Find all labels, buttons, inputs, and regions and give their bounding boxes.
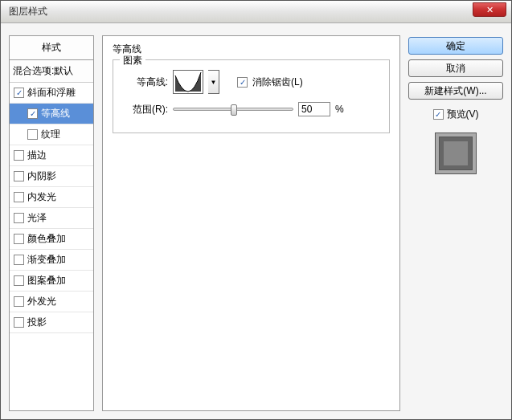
settings-panel: 等高线 图素 等高线: ▼ bbox=[102, 35, 400, 411]
styles-header: 样式 bbox=[10, 36, 93, 60]
style-item[interactable]: 渐变叠加 bbox=[10, 250, 93, 271]
style-label: 内发光 bbox=[27, 190, 56, 204]
style-label: 渐变叠加 bbox=[27, 253, 66, 267]
style-label: 内阴影 bbox=[27, 169, 56, 183]
range-row: 范围(R): % bbox=[121, 102, 381, 116]
cancel-button[interactable]: 取消 bbox=[408, 59, 503, 77]
style-item[interactable]: 斜面和浮雕 bbox=[10, 83, 93, 104]
range-slider[interactable] bbox=[173, 108, 293, 111]
preview-swatch bbox=[435, 133, 477, 174]
style-item[interactable]: 投影 bbox=[10, 312, 93, 333]
range-label: 范围(R): bbox=[121, 103, 168, 116]
settings-title: 等高线 bbox=[113, 43, 390, 56]
style-label: 光泽 bbox=[27, 211, 47, 225]
contour-picker[interactable] bbox=[173, 70, 203, 94]
fieldset-legend: 图素 bbox=[120, 54, 145, 67]
style-checkbox[interactable] bbox=[27, 129, 38, 140]
style-checkbox[interactable] bbox=[14, 234, 24, 244]
style-label: 外发光 bbox=[27, 295, 56, 308]
style-item[interactable]: 图案叠加 bbox=[10, 271, 93, 292]
chevron-down-icon: ▼ bbox=[211, 79, 217, 86]
style-item[interactable]: 内阴影 bbox=[10, 166, 93, 187]
preview-row: 预览(V) bbox=[408, 108, 503, 121]
layer-style-dialog: 图层样式 ✕ 样式 混合选项:默认 斜面和浮雕等高线纹理描边内阴影内发光光泽颜色… bbox=[0, 0, 512, 420]
style-item[interactable]: 内发光 bbox=[10, 187, 93, 208]
antialias-checkbox[interactable] bbox=[237, 77, 248, 88]
contour-row: 等高线: ▼ 消除锯齿(L) bbox=[121, 70, 381, 94]
styles-list: 斜面和浮雕等高线纹理描边内阴影内发光光泽颜色叠加渐变叠加图案叠加外发光投影 bbox=[10, 83, 93, 333]
style-checkbox[interactable] bbox=[14, 192, 24, 202]
blend-options-row[interactable]: 混合选项:默认 bbox=[10, 60, 93, 83]
style-item[interactable]: 等高线 bbox=[10, 104, 93, 124]
range-input[interactable] bbox=[298, 102, 330, 116]
antialias-label: 消除锯齿(L) bbox=[252, 75, 303, 89]
style-label: 描边 bbox=[27, 149, 47, 162]
preview-checkbox[interactable] bbox=[433, 109, 444, 120]
style-checkbox[interactable] bbox=[14, 213, 24, 223]
titlebar[interactable]: 图层样式 ✕ bbox=[1, 1, 511, 23]
style-checkbox[interactable] bbox=[14, 150, 24, 161]
style-item[interactable]: 光泽 bbox=[10, 208, 93, 229]
elements-fieldset: 图素 等高线: ▼ 消除锯齿(L) bbox=[113, 59, 390, 133]
styles-panel: 样式 混合选项:默认 斜面和浮雕等高线纹理描边内阴影内发光光泽颜色叠加渐变叠加图… bbox=[9, 35, 94, 411]
style-checkbox[interactable] bbox=[14, 171, 24, 181]
style-checkbox[interactable] bbox=[14, 317, 24, 328]
style-label: 颜色叠加 bbox=[27, 232, 66, 246]
dialog-body: 样式 混合选项:默认 斜面和浮雕等高线纹理描边内阴影内发光光泽颜色叠加渐变叠加图… bbox=[1, 23, 511, 419]
style-label: 等高线 bbox=[41, 107, 70, 120]
style-checkbox[interactable] bbox=[14, 255, 24, 265]
ok-button[interactable]: 确定 bbox=[408, 37, 503, 55]
style-label: 投影 bbox=[27, 316, 47, 329]
style-checkbox[interactable] bbox=[27, 108, 38, 119]
range-unit: % bbox=[335, 104, 344, 115]
window-title: 图层样式 bbox=[9, 5, 47, 18]
style-item[interactable]: 外发光 bbox=[10, 292, 93, 312]
preview-label: 预览(V) bbox=[447, 108, 479, 121]
style-label: 斜面和浮雕 bbox=[27, 86, 76, 100]
style-checkbox[interactable] bbox=[14, 275, 24, 286]
actions-panel: 确定 取消 新建样式(W)... 预览(V) bbox=[408, 35, 503, 411]
contour-label: 等高线: bbox=[121, 75, 168, 89]
contour-curve-icon bbox=[174, 71, 203, 93]
style-checkbox[interactable] bbox=[14, 296, 24, 307]
style-item[interactable]: 描边 bbox=[10, 145, 93, 166]
contour-dropdown[interactable]: ▼ bbox=[208, 70, 219, 94]
style-item[interactable]: 纹理 bbox=[10, 124, 93, 145]
range-slider-thumb[interactable] bbox=[231, 104, 237, 116]
style-label: 纹理 bbox=[41, 128, 60, 141]
style-label: 图案叠加 bbox=[27, 274, 66, 287]
style-item[interactable]: 颜色叠加 bbox=[10, 229, 93, 250]
close-button[interactable]: ✕ bbox=[473, 2, 506, 17]
new-style-button[interactable]: 新建样式(W)... bbox=[408, 82, 503, 100]
style-checkbox[interactable] bbox=[14, 88, 24, 98]
